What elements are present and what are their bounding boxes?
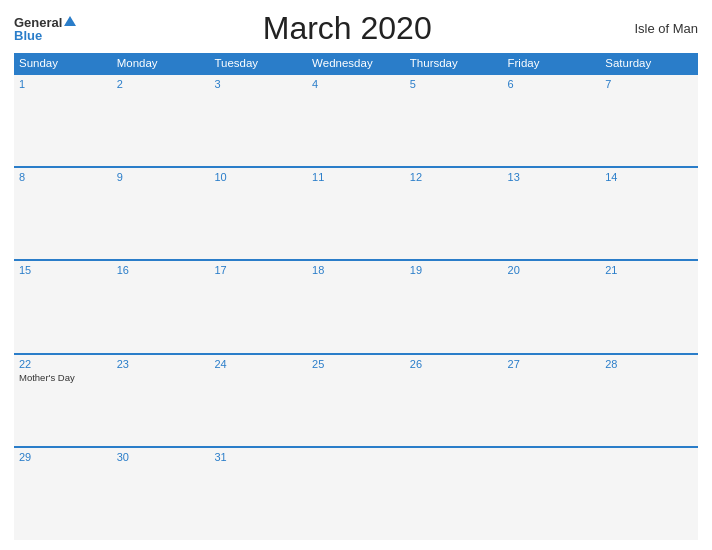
- col-friday: Friday: [503, 53, 601, 74]
- day-number: 22: [19, 358, 107, 370]
- logo: General Blue: [14, 16, 76, 42]
- calendar-cell: [600, 447, 698, 540]
- calendar-cell: 26: [405, 354, 503, 447]
- day-number: 1: [19, 78, 107, 90]
- calendar-cell: 5: [405, 74, 503, 167]
- day-number: 25: [312, 358, 400, 370]
- calendar-cell: 7: [600, 74, 698, 167]
- header: General Blue March 2020 Isle of Man: [14, 10, 698, 47]
- col-thursday: Thursday: [405, 53, 503, 74]
- day-number: 12: [410, 171, 498, 183]
- logo-blue-text: Blue: [14, 29, 42, 42]
- day-number: 13: [508, 171, 596, 183]
- day-number: 14: [605, 171, 693, 183]
- day-number: 20: [508, 264, 596, 276]
- day-number: 2: [117, 78, 205, 90]
- calendar-cell: 31: [209, 447, 307, 540]
- calendar-week-row: 15161718192021: [14, 260, 698, 353]
- col-sunday: Sunday: [14, 53, 112, 74]
- calendar-header-row: Sunday Monday Tuesday Wednesday Thursday…: [14, 53, 698, 74]
- day-number: 16: [117, 264, 205, 276]
- day-number: 28: [605, 358, 693, 370]
- calendar-cell: 21: [600, 260, 698, 353]
- day-number: 31: [214, 451, 302, 463]
- calendar-cell: 13: [503, 167, 601, 260]
- calendar-cell: 4: [307, 74, 405, 167]
- calendar-cell: 15: [14, 260, 112, 353]
- col-monday: Monday: [112, 53, 210, 74]
- col-wednesday: Wednesday: [307, 53, 405, 74]
- calendar-week-row: 1234567: [14, 74, 698, 167]
- calendar-cell: 9: [112, 167, 210, 260]
- calendar-cell: 22Mother's Day: [14, 354, 112, 447]
- calendar-cell: 20: [503, 260, 601, 353]
- logo-general-text: General: [14, 16, 62, 29]
- day-number: 4: [312, 78, 400, 90]
- day-number: 23: [117, 358, 205, 370]
- day-number: 17: [214, 264, 302, 276]
- day-number: 5: [410, 78, 498, 90]
- day-number: 8: [19, 171, 107, 183]
- logo-text: General Blue: [14, 16, 76, 42]
- calendar-cell: 8: [14, 167, 112, 260]
- region-label: Isle of Man: [618, 21, 698, 36]
- day-number: 6: [508, 78, 596, 90]
- day-number: 24: [214, 358, 302, 370]
- calendar-cell: 14: [600, 167, 698, 260]
- calendar-cell: 6: [503, 74, 601, 167]
- calendar-cell: [307, 447, 405, 540]
- calendar-week-row: 293031: [14, 447, 698, 540]
- day-number: 3: [214, 78, 302, 90]
- day-number: 26: [410, 358, 498, 370]
- day-number: 30: [117, 451, 205, 463]
- calendar-cell: 25: [307, 354, 405, 447]
- calendar-title: March 2020: [76, 10, 618, 47]
- day-number: 19: [410, 264, 498, 276]
- col-saturday: Saturday: [600, 53, 698, 74]
- calendar-cell: 3: [209, 74, 307, 167]
- calendar-week-row: 891011121314: [14, 167, 698, 260]
- calendar-cell: 27: [503, 354, 601, 447]
- calendar-cell: 16: [112, 260, 210, 353]
- calendar-cell: [405, 447, 503, 540]
- day-number: 18: [312, 264, 400, 276]
- calendar-cell: 29: [14, 447, 112, 540]
- day-number: 9: [117, 171, 205, 183]
- day-number: 7: [605, 78, 693, 90]
- logo-triangle-icon: [64, 16, 76, 26]
- day-number: 29: [19, 451, 107, 463]
- day-number: 11: [312, 171, 400, 183]
- calendar-week-row: 22Mother's Day232425262728: [14, 354, 698, 447]
- calendar-cell: 12: [405, 167, 503, 260]
- calendar-cell: 18: [307, 260, 405, 353]
- calendar-page: General Blue March 2020 Isle of Man Sund…: [0, 0, 712, 550]
- day-event: Mother's Day: [19, 372, 107, 383]
- col-tuesday: Tuesday: [209, 53, 307, 74]
- day-number: 15: [19, 264, 107, 276]
- day-number: 10: [214, 171, 302, 183]
- calendar-cell: 24: [209, 354, 307, 447]
- calendar-cell: 23: [112, 354, 210, 447]
- calendar-cell: 28: [600, 354, 698, 447]
- calendar-cell: 2: [112, 74, 210, 167]
- calendar-cell: 10: [209, 167, 307, 260]
- calendar-cell: [503, 447, 601, 540]
- calendar-cell: 1: [14, 74, 112, 167]
- day-number: 27: [508, 358, 596, 370]
- day-number: 21: [605, 264, 693, 276]
- calendar-table: Sunday Monday Tuesday Wednesday Thursday…: [14, 53, 698, 540]
- calendar-cell: 30: [112, 447, 210, 540]
- calendar-cell: 11: [307, 167, 405, 260]
- calendar-cell: 19: [405, 260, 503, 353]
- calendar-cell: 17: [209, 260, 307, 353]
